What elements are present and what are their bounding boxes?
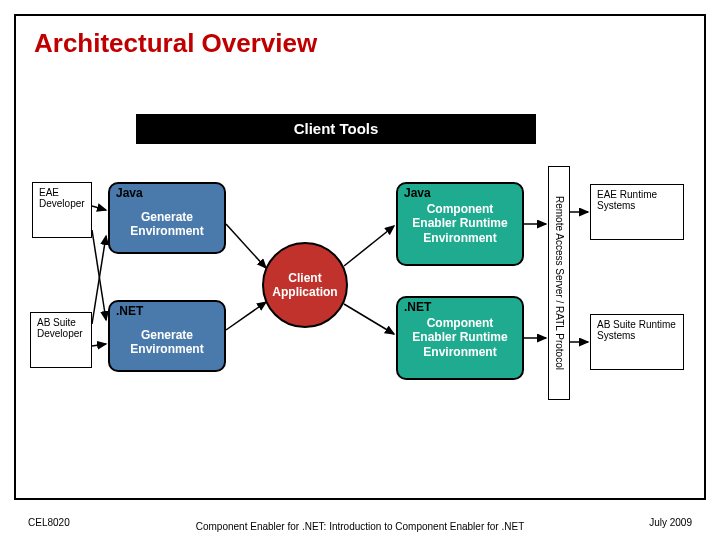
box-ab-developer: AB Suite Developer [30,312,92,368]
label-rt-java: Java [404,186,431,200]
box-eae-runtime: EAE Runtime Systems [590,184,684,240]
box-rt-net: .NET Component Enabler Runtime Environme… [396,296,524,380]
text-rt-java: Component Enabler Runtime Environment [398,202,522,245]
footer: CEL8020 Component Enabler for .NET: Intr… [0,504,720,532]
box-eae-developer: EAE Developer [32,182,92,238]
label-rt-net: .NET [404,300,431,314]
page-title: Architectural Overview [34,28,317,59]
client-tools-banner: Client Tools [136,114,536,144]
footer-subtitle: Component Enabler for .NET: Introduction… [0,521,720,532]
box-rt-java: Java Component Enabler Runtime Environme… [396,182,524,266]
label-net: .NET [116,304,143,318]
box-ab-runtime: AB Suite Runtime Systems [590,314,684,370]
slide-frame [14,14,706,500]
box-gen-net: .NET Generate Environment [108,300,226,372]
text-client-app: Client Application [264,271,346,300]
text-gen-net: Generate Environment [110,328,224,357]
text-rt-net: Component Enabler Runtime Environment [398,316,522,359]
footer-date: July 2009 [649,517,692,528]
text-gen-java: Generate Environment [110,210,224,239]
box-gen-java: Java Generate Environment [108,182,226,254]
label-java: Java [116,186,143,200]
box-ratl: Remote Access Server / RATL Protocol [548,166,570,400]
circle-client-app: Client Application [262,242,348,328]
